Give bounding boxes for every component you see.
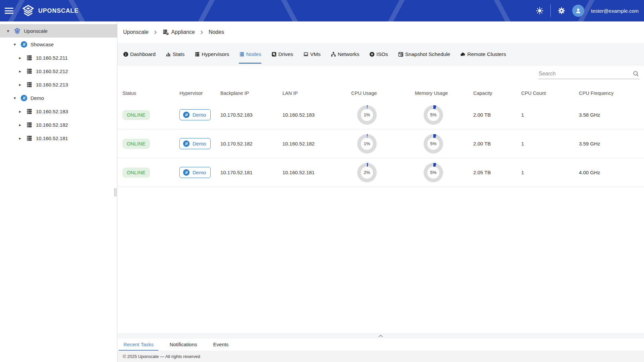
app-circle-icon (183, 169, 190, 176)
caret-right-icon[interactable] (17, 122, 23, 127)
tab-vms[interactable]: VMs (303, 43, 321, 66)
server-icon (26, 81, 33, 88)
content-filler (117, 187, 644, 333)
server-icon (26, 108, 33, 115)
cpu-count-cell: 1 (521, 170, 579, 175)
column-header: LAN IP (282, 90, 351, 96)
backplane-ip-cell: 10.170.52.183 (220, 112, 282, 118)
server-icon (239, 51, 245, 57)
chevron-up-icon (378, 334, 383, 338)
memory-usage-donut: 5% (424, 134, 443, 154)
caret-down-icon[interactable] (5, 28, 11, 34)
tree-item-demo[interactable]: Demo (0, 91, 117, 105)
tree-item-node[interactable]: 10.160.52.212 (0, 64, 117, 78)
lan-ip-cell: 10.160.52.183 (282, 112, 351, 118)
bottom-panel-expander[interactable] (117, 333, 644, 339)
server-icon (26, 135, 33, 142)
tree-item-uponscale[interactable]: Uponscale (0, 24, 117, 38)
backplane-ip-cell: 10.170.52.182 (220, 141, 282, 146)
breadcrumb-cluster[interactable]: Uponscale (123, 29, 149, 35)
brand-name: UPONSCALE (38, 7, 78, 14)
cpu-count-cell: 1 (521, 141, 579, 146)
menu-icon[interactable] (5, 7, 14, 14)
tab-dashboard[interactable]: Dashboard (123, 43, 156, 66)
tab-nodes[interactable]: Nodes (239, 43, 261, 66)
backplane-ip-cell: 10.170.52.181 (220, 170, 282, 175)
tab-notifications[interactable]: Notifications (165, 339, 202, 351)
tree-item-node[interactable]: 10.160.52.211 (0, 51, 117, 64)
breadcrumb-current: Nodes (209, 29, 224, 35)
capacity-cell: 2.05 TB (473, 170, 521, 175)
column-header: Memory Usage (415, 90, 473, 96)
server-icon (26, 54, 33, 61)
top-navbar: UPONSCALE tester@example.com (0, 0, 644, 21)
tab-bar: Dashboard Stats Hypervisors Nodes Drives… (117, 43, 644, 66)
tab-hypervisors[interactable]: Hypervisors (194, 43, 229, 66)
breadcrumb-appliance[interactable]: Appliance (162, 29, 195, 36)
caret-down-icon[interactable] (12, 96, 17, 101)
column-header: Capacity (473, 90, 521, 96)
table-toolbar (117, 66, 644, 86)
caret-right-icon[interactable] (17, 55, 23, 60)
user-email[interactable]: tester@example.com (591, 8, 639, 14)
tree-item-label: 10.160.52.211 (36, 55, 68, 61)
app-circle-icon (183, 140, 190, 147)
hypervisor-demo-button[interactable]: Demo (179, 167, 211, 178)
bar-chart-icon (165, 51, 171, 57)
memory-usage-donut: 5% (424, 163, 443, 182)
settings-gear-icon[interactable] (557, 7, 566, 15)
tab-isos[interactable]: ISOs (369, 43, 388, 66)
table-header: Status Hypervisor Backplane IP LAN IP CP… (117, 86, 644, 101)
cpu-count-cell: 1 (521, 112, 579, 118)
caret-down-icon[interactable] (12, 42, 17, 47)
tree-item-node[interactable]: 10.160.52.182 (0, 118, 117, 131)
tab-events[interactable]: Events (208, 339, 233, 351)
tree-item-showcase[interactable]: Showcase (0, 38, 117, 51)
tab-drives[interactable]: Drives (271, 43, 293, 66)
caret-right-icon[interactable] (17, 136, 23, 141)
table-row: ONLINE Demo 10.170.52.183 10.160.52.183 … (117, 101, 644, 129)
status-badge: ONLINE (122, 168, 150, 178)
tree-item-label: Uponscale (24, 28, 48, 34)
search-input[interactable] (539, 71, 633, 77)
tab-snapshot-schedule[interactable]: Snapshot Schedule (398, 43, 450, 66)
person-icon (575, 7, 582, 14)
main-content: Uponscale Appliance Nodes Dashboard Stat… (117, 21, 644, 362)
server-icon (194, 51, 200, 57)
sidebar-resize-handle[interactable] (114, 188, 116, 196)
table-row: ONLINE Demo 10.170.52.181 10.160.52.181 … (117, 158, 644, 187)
theme-toggle-sun-icon[interactable] (536, 7, 544, 15)
tree-item-label: 10.160.52.213 (36, 82, 68, 87)
caret-right-icon[interactable] (17, 109, 23, 114)
bottom-tab-bar: Recent Tasks Notifications Events (117, 339, 644, 351)
tree-item-label: Showcase (31, 42, 54, 47)
cpu-usage-donut: 1% (357, 134, 377, 154)
hypervisor-demo-button[interactable]: Demo (179, 109, 211, 120)
cpu-usage-donut: 1% (357, 105, 377, 125)
search-icon[interactable] (633, 70, 639, 77)
tab-networks[interactable]: Networks (330, 43, 360, 66)
caret-right-icon[interactable] (17, 82, 23, 87)
table-row: ONLINE Demo 10.170.52.182 10.160.52.182 … (117, 129, 644, 158)
hypervisor-demo-button[interactable]: Demo (179, 138, 211, 149)
calendar-clock-icon (398, 51, 404, 57)
column-header: Status (122, 90, 179, 96)
copyright-text: © 2025 Uponscale — All rights reserved (123, 354, 200, 359)
caret-right-icon[interactable] (17, 69, 23, 74)
tab-remote-clusters[interactable]: Remote Clusters (460, 43, 506, 66)
tree-item-node[interactable]: 10.160.52.213 (0, 78, 117, 91)
column-header: Backplane IP (220, 90, 282, 96)
tab-recent-tasks[interactable]: Recent Tasks (119, 339, 158, 351)
tree-item-label: 10.160.52.182 (36, 122, 68, 128)
status-badge: ONLINE (122, 110, 150, 120)
lan-ip-cell: 10.160.52.182 (282, 141, 351, 146)
chevron-right-icon (153, 30, 158, 35)
tree-item-label: 10.160.52.212 (36, 68, 68, 74)
user-avatar[interactable] (572, 5, 584, 17)
tab-stats[interactable]: Stats (165, 43, 184, 66)
memory-usage-donut: 5% (424, 105, 443, 125)
tree-item-label: 10.160.52.183 (36, 109, 68, 114)
tree-item-node[interactable]: 10.160.52.181 (0, 131, 117, 145)
lan-ip-cell: 10.160.52.181 (282, 170, 351, 175)
tree-item-node[interactable]: 10.160.52.183 (0, 105, 117, 118)
